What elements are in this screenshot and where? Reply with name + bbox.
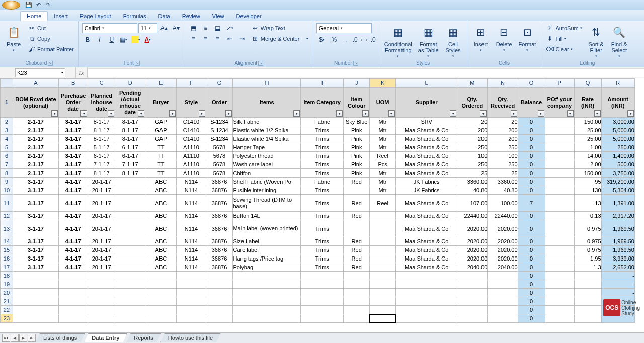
cell[interactable]: 1,400.00 — [601, 152, 634, 160]
cell[interactable]: 2-1-17 — [13, 169, 58, 178]
cell[interactable] — [344, 297, 370, 306]
cell[interactable]: 4-1-17 — [59, 186, 88, 195]
cell[interactable]: N114 — [177, 195, 206, 212]
cell[interactable] — [574, 272, 601, 280]
cell[interactable] — [177, 289, 206, 297]
sheet-tab[interactable]: Lists of things — [36, 333, 85, 342]
cell[interactable]: 100.00 — [488, 195, 518, 212]
cell[interactable]: 25.00 — [574, 135, 601, 143]
cell[interactable] — [88, 280, 115, 289]
cell[interactable] — [145, 297, 177, 306]
cell[interactable]: Trims — [301, 220, 344, 237]
cell[interactable]: 20-1-17 — [88, 178, 115, 186]
cell[interactable] — [344, 289, 370, 297]
cell[interactable]: 0 — [518, 306, 545, 314]
cell[interactable] — [370, 254, 396, 263]
cell[interactable] — [344, 220, 370, 237]
dialog-launcher-icon[interactable]: ↘ — [48, 61, 53, 66]
cell[interactable] — [395, 306, 457, 314]
row-header[interactable]: 7 — [1, 160, 13, 169]
row-header[interactable]: 13 — [1, 220, 13, 237]
column-filter-header[interactable]: Supplier▾ — [395, 88, 457, 118]
cell[interactable]: 0 — [518, 160, 545, 169]
cell[interactable] — [545, 220, 574, 237]
cell[interactable]: Red — [344, 237, 370, 246]
paste-button[interactable]: 📋Paste▾ — [3, 23, 24, 53]
cell[interactable] — [233, 272, 301, 280]
cell[interactable]: Maa Sharda & Co — [395, 246, 457, 254]
cell[interactable]: 5-1-17 — [88, 143, 115, 152]
cell[interactable]: 8-1-17 — [88, 135, 115, 143]
cell[interactable] — [145, 280, 177, 289]
cell[interactable]: A1110 — [177, 143, 206, 152]
cell[interactable]: Trims — [301, 263, 344, 272]
cell[interactable]: Fabric — [301, 118, 344, 126]
column-filter-header[interactable]: Style▾ — [177, 88, 206, 118]
cell[interactable] — [59, 314, 88, 323]
cell[interactable]: TT — [145, 160, 177, 169]
cell[interactable] — [13, 289, 58, 297]
office-button[interactable] — [2, 1, 20, 10]
column-filter-header[interactable]: Balance▾ — [518, 88, 545, 118]
cell[interactable] — [177, 314, 206, 323]
filter-icon[interactable]: ▾ — [199, 110, 205, 117]
percent-icon[interactable]: % — [329, 35, 340, 45]
cell[interactable]: 3-1-17 — [59, 135, 88, 143]
cell[interactable]: Fabric — [301, 178, 344, 186]
cell[interactable]: Reel — [370, 195, 396, 212]
cell[interactable] — [574, 280, 601, 289]
cell[interactable]: 500.00 — [601, 160, 634, 169]
cell[interactable]: Red — [344, 178, 370, 186]
cell[interactable]: 8-1-17 — [88, 169, 115, 178]
cell[interactable] — [233, 314, 301, 323]
column-filter-header[interactable]: UOM▾ — [370, 88, 396, 118]
filter-icon[interactable]: ▾ — [594, 110, 601, 117]
col-header[interactable]: N — [488, 79, 518, 88]
cell[interactable]: JK Fabrics — [395, 186, 457, 195]
cell[interactable]: 0 — [518, 263, 545, 272]
cell[interactable] — [370, 246, 396, 254]
cell[interactable]: Maa Sharda & Co — [395, 254, 457, 263]
cell[interactable] — [545, 246, 574, 254]
save-icon[interactable]: 💾 — [25, 1, 33, 9]
cell[interactable]: 319,200.00 — [601, 178, 634, 186]
cell[interactable] — [545, 160, 574, 169]
col-header[interactable]: B — [59, 79, 88, 88]
sort-filter-button[interactable]: ⇅Sort & Filter▾ — [586, 23, 607, 59]
cell[interactable]: Shell Fabric (Woven Po — [233, 178, 301, 186]
cell[interactable] — [344, 186, 370, 195]
cell[interactable]: 2020.00 — [488, 237, 518, 246]
row-header[interactable]: 8 — [1, 169, 13, 178]
cell[interactable]: 3-1-17 — [59, 126, 88, 135]
cell[interactable]: 5,000.00 — [601, 135, 634, 143]
cell[interactable]: 0.975 — [574, 237, 601, 246]
cell[interactable]: 7-1-17 — [88, 160, 115, 169]
cell[interactable]: Pcs — [370, 160, 396, 169]
cell[interactable]: 250 — [488, 160, 518, 169]
cell[interactable] — [145, 289, 177, 297]
filter-icon[interactable]: ▾ — [480, 110, 487, 117]
cell[interactable]: Maa Sharda & Co — [395, 152, 457, 160]
cell[interactable]: 8-1-17 — [88, 126, 115, 135]
row-header[interactable]: 21 — [1, 297, 13, 306]
cell[interactable]: 0 — [518, 178, 545, 186]
cell[interactable]: 3,750.00 — [601, 169, 634, 178]
cell[interactable]: 7-1-17 — [115, 160, 145, 169]
cell[interactable]: 0 — [518, 237, 545, 246]
cell[interactable]: N114 — [177, 246, 206, 254]
cell[interactable]: Red — [344, 246, 370, 254]
cell[interactable]: 1.95 — [574, 254, 601, 263]
cell[interactable]: Wash care label — [233, 160, 301, 169]
cell[interactable]: 40.80 — [488, 186, 518, 195]
cell[interactable]: 0 — [518, 169, 545, 178]
cell[interactable]: 3-1-17 — [59, 152, 88, 160]
cell[interactable]: 5678 — [206, 152, 233, 160]
cell[interactable] — [574, 314, 601, 323]
cell[interactable] — [115, 237, 145, 246]
cell[interactable]: 2040.00 — [457, 263, 488, 272]
delete-cells-button[interactable]: ⊟Delete▾ — [494, 23, 515, 53]
filter-icon[interactable]: ▾ — [336, 110, 343, 117]
sheet-tab[interactable]: Reports — [126, 333, 161, 342]
col-header[interactable]: A — [13, 79, 58, 88]
cell[interactable] — [457, 306, 488, 314]
